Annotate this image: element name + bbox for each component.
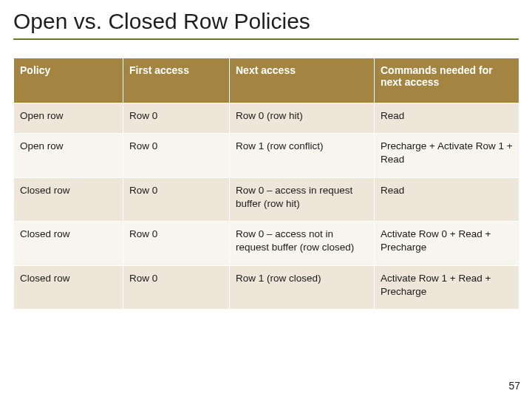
title-rule	[13, 38, 519, 40]
table-header-row: Policy First access Next access Commands…	[14, 58, 519, 103]
page-number: 57	[508, 380, 520, 392]
cell-next: Row 0 – access in request buffer (row hi…	[230, 177, 375, 221]
cell-policy: Closed row	[14, 265, 123, 309]
table-row: Closed row Row 0 Row 1 (row closed) Acti…	[14, 265, 519, 309]
col-next: Next access	[230, 58, 375, 103]
policy-table: Policy First access Next access Commands…	[13, 58, 519, 310]
col-first: First access	[123, 58, 230, 103]
cell-next: Row 0 – access not in request buffer (ro…	[230, 222, 375, 265]
cell-first: Row 0	[123, 103, 230, 134]
col-commands: Commands needed for next access	[375, 58, 519, 103]
cell-cmd: Read	[375, 103, 519, 134]
cell-policy: Open row	[14, 134, 123, 177]
slide: Open vs. Closed Row Policies Policy Firs…	[0, 0, 532, 399]
cell-policy: Closed row	[14, 222, 123, 265]
cell-first: Row 0	[123, 134, 230, 177]
table-row: Open row Row 0 Row 0 (row hit) Read	[14, 103, 519, 134]
cell-cmd: Activate Row 1 + Read + Precharge	[375, 265, 519, 309]
cell-first: Row 0	[123, 177, 230, 221]
cell-cmd: Read	[375, 177, 519, 221]
cell-next: Row 1 (row conflict)	[230, 134, 375, 177]
table-row: Open row Row 0 Row 1 (row conflict) Prec…	[14, 134, 519, 177]
table-row: Closed row Row 0 Row 0 – access not in r…	[14, 222, 519, 265]
page-title: Open vs. Closed Row Policies	[13, 9, 519, 34]
cell-next: Row 0 (row hit)	[230, 103, 375, 134]
cell-cmd: Activate Row 0 + Read + Precharge	[375, 222, 519, 265]
cell-first: Row 0	[123, 265, 230, 309]
col-policy: Policy	[14, 58, 123, 103]
cell-cmd: Precharge + Activate Row 1 + Read	[375, 134, 519, 177]
cell-policy: Closed row	[14, 177, 123, 221]
table-row: Closed row Row 0 Row 0 – access in reque…	[14, 177, 519, 221]
cell-next: Row 1 (row closed)	[230, 265, 375, 309]
cell-policy: Open row	[14, 103, 123, 134]
cell-first: Row 0	[123, 222, 230, 265]
